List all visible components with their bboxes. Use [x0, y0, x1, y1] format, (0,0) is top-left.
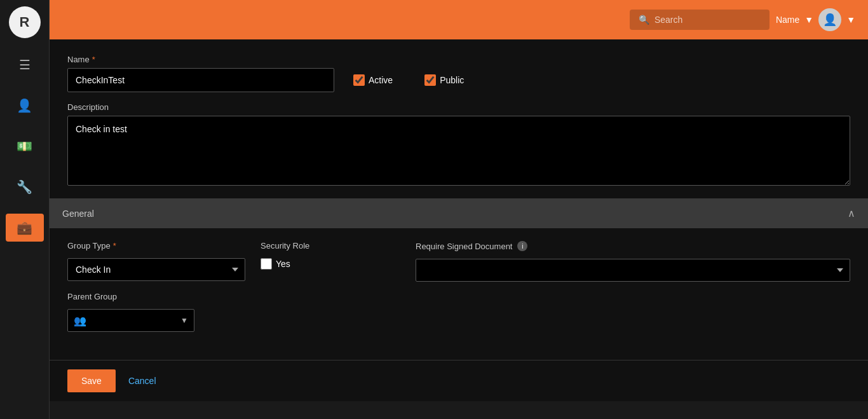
public-checkbox[interactable] [424, 74, 436, 86]
checkbox-group: Active Public [353, 74, 464, 86]
group-type-field: Group Type * Check In Small Group Youth [67, 241, 245, 281]
require-signed-info-icon[interactable]: i [517, 241, 527, 251]
description-label: Description [67, 102, 850, 112]
general-section-header[interactable]: General ∧ [50, 198, 868, 228]
name-input[interactable] [67, 68, 334, 92]
public-checkbox-item[interactable]: Public [424, 74, 464, 86]
require-signed-label: Require Signed Document i [416, 241, 850, 251]
search-input[interactable] [654, 15, 766, 25]
security-role-label: Security Role [261, 241, 400, 251]
security-role-field: Security Role Yes [261, 241, 400, 270]
sidebar: R ☰ 👤 💵 🔧 💼 [0, 0, 50, 419]
user-chevron-icon: ▼ [846, 15, 855, 25]
security-role-yes-label: Yes [276, 259, 290, 269]
header-user[interactable]: Name ▼ 👤 ▼ [776, 8, 855, 31]
parent-group-label: Parent Group [67, 292, 194, 301]
require-signed-field: Require Signed Document i [416, 241, 850, 282]
search-icon: 🔍 [639, 15, 649, 25]
general-grid: Group Type * Check In Small Group Youth … [67, 241, 850, 282]
active-label: Active [369, 75, 393, 85]
sidebar-item-money[interactable]: 💵 [6, 132, 44, 160]
active-checkbox-item[interactable]: Active [353, 74, 393, 86]
active-checkbox[interactable] [353, 74, 365, 86]
content: Name * Active Public Description [50, 39, 868, 419]
name-required-star: * [92, 55, 95, 64]
user-dropdown-icon: ▼ [804, 15, 813, 25]
parent-group-field: Parent Group 👥 ▼ [67, 292, 194, 332]
header: 🔍 Name ▼ 👤 ▼ [50, 0, 868, 39]
general-section-title: General [62, 209, 94, 219]
sidebar-logo: R [9, 6, 41, 38]
footer-buttons: Save Cancel [50, 360, 868, 401]
parent-group-wrapper: 👥 ▼ [67, 309, 194, 332]
sidebar-item-person[interactable]: 👤 [6, 92, 44, 120]
main-area: 🔍 Name ▼ 👤 ▼ Name * Active [50, 0, 868, 419]
logo-text: R [20, 14, 30, 31]
form-container: Name * Active Public Description [50, 39, 868, 360]
section-collapse-icon: ∧ [848, 207, 855, 219]
cancel-button[interactable]: Cancel [125, 369, 160, 392]
save-button[interactable]: Save [67, 369, 116, 392]
user-name-label: Name [776, 15, 799, 25]
parent-group-select[interactable] [67, 309, 194, 332]
sidebar-item-briefcase[interactable]: 💼 [6, 214, 44, 242]
search-bar[interactable]: 🔍 [630, 10, 770, 30]
parent-group-row: Parent Group 👥 ▼ [67, 292, 850, 332]
security-role-checkbox[interactable] [261, 258, 272, 270]
description-textarea[interactable]: Check in test [67, 116, 850, 186]
avatar: 👤 [818, 8, 841, 31]
name-row: Active Public [67, 68, 850, 92]
security-role-yes-item[interactable]: Yes [261, 258, 400, 270]
name-label: Name * [67, 55, 850, 64]
group-type-required-star: * [113, 241, 116, 251]
general-section-content: Group Type * Check In Small Group Youth … [67, 228, 850, 345]
group-type-select[interactable]: Check In Small Group Youth [67, 258, 245, 281]
sidebar-item-list[interactable]: ☰ [6, 51, 44, 79]
group-type-label: Group Type * [67, 241, 245, 251]
require-signed-select[interactable] [416, 259, 850, 282]
sidebar-item-tools[interactable]: 🔧 [6, 173, 44, 201]
public-label: Public [440, 75, 464, 85]
